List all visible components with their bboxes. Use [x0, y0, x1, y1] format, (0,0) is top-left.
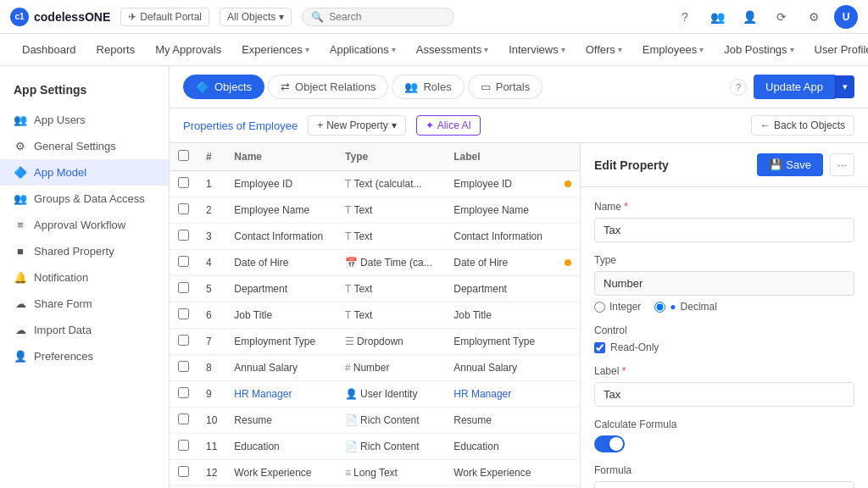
model-icon: 🔷	[14, 166, 27, 179]
row-type: 📄Rich Content	[337, 434, 445, 460]
portal-selector[interactable]: ✈ Default Portal	[120, 8, 209, 26]
table-row[interactable]: 2 Employee Name TText Employee Name	[170, 197, 580, 224]
table-row[interactable]: 4 Date of Hire 📅Date Time (ca... Date of…	[170, 250, 580, 276]
row-name: Employee Name	[225, 197, 337, 224]
nav-applications[interactable]: Applications ▾	[321, 36, 404, 63]
table-row[interactable]: 7 Employment Type ☰Dropdown Employment T…	[170, 329, 580, 355]
row-checkbox[interactable]	[178, 466, 189, 477]
tab-object-relations[interactable]: ⇄ Object Relations	[268, 75, 388, 99]
sidebar-item-import-data[interactable]: ☁ Import Data	[0, 317, 169, 343]
chevron-down-icon: ▾	[392, 45, 396, 54]
integer-radio[interactable]	[594, 302, 605, 313]
formula-input[interactable]	[594, 481, 854, 488]
row-label: Date of Hire	[445, 250, 556, 276]
alice-ai-button[interactable]: ✦ Alice AI	[416, 115, 481, 136]
sidebar-item-groups-data-access[interactable]: 👥 Groups & Data Access	[0, 186, 169, 212]
row-checkbox[interactable]	[178, 387, 189, 398]
sidebar-item-notification[interactable]: 🔔 Notification	[0, 264, 169, 291]
formula-toggle-group[interactable]	[594, 435, 854, 452]
nav-offers[interactable]: Offers ▾	[577, 36, 631, 63]
nav-assessments[interactable]: Assessments ▾	[408, 36, 497, 63]
tab-roles[interactable]: 👥 Roles	[392, 75, 464, 99]
more-options-button[interactable]: ···	[830, 153, 854, 176]
table-row[interactable]: 1 Employee ID TText (calculat... Employe…	[170, 171, 580, 197]
properties-table-panel: # Name Type Label 1 Employee ID TText (c…	[170, 143, 580, 488]
all-objects-dropdown[interactable]: All Objects ▾	[220, 8, 292, 26]
integer-radio-option[interactable]: Integer	[594, 301, 641, 313]
formula-toggle[interactable]	[594, 435, 625, 452]
table-row[interactable]: 3 Contact Information TText Contact Info…	[170, 224, 580, 250]
row-dot	[556, 171, 580, 197]
table-row[interactable]: 5 Department TText Department	[170, 276, 580, 302]
sidebar-item-preferences[interactable]: 👤 Preferences	[0, 343, 169, 369]
row-checkbox[interactable]	[178, 440, 189, 451]
decimal-radio[interactable]	[654, 302, 665, 313]
search-input[interactable]	[329, 11, 431, 23]
select-all-checkbox[interactable]	[178, 150, 189, 161]
nav-interviews[interactable]: Interviews ▾	[500, 36, 574, 63]
sidebar-item-approval-workflow[interactable]: ≡ Approval Workflow	[0, 212, 169, 238]
nav-job-postings[interactable]: Job Postings ▾	[715, 36, 802, 63]
tab-objects[interactable]: 🔷 Objects	[183, 75, 264, 99]
formula-label: Formula	[594, 464, 854, 476]
table-row[interactable]: 11 Education 📄Rich Content Education	[170, 434, 580, 460]
update-app-dropdown-button[interactable]: ▾	[835, 75, 854, 98]
help-icon-btn[interactable]: ?	[673, 5, 697, 29]
table-row[interactable]: 12 Work Experience ≡Long Text Work Exper…	[170, 460, 580, 486]
row-checkbox[interactable]	[178, 361, 189, 372]
name-input[interactable]	[594, 218, 854, 242]
sidebar-item-app-users[interactable]: 👥 App Users	[0, 107, 169, 133]
users-icon-btn[interactable]: 👥	[705, 5, 729, 29]
new-property-button[interactable]: + New Property ▾	[308, 115, 406, 136]
row-checkbox[interactable]	[178, 203, 189, 214]
sidebar-item-app-model[interactable]: 🔷 App Model	[0, 159, 169, 186]
label-field-group: Label *	[594, 365, 854, 407]
nav-reports[interactable]: Reports	[88, 36, 144, 63]
nav-dashboard[interactable]: Dashboard	[14, 36, 85, 63]
sidebar-item-share-form[interactable]: ☁ Share Form	[0, 291, 169, 317]
row-checkbox[interactable]	[178, 308, 189, 319]
table-row[interactable]: 10 Resume 📄Rich Content Resume	[170, 408, 580, 434]
table-row[interactable]: 6 Job Title TText Job Title	[170, 302, 580, 329]
person-icon-btn[interactable]: 👤	[737, 5, 761, 29]
table-row[interactable]: 9 HR Manager 👤User Identity HR Manager	[170, 381, 580, 408]
avatar[interactable]: U	[834, 5, 858, 29]
settings-icon-btn[interactable]: ⚙	[802, 5, 826, 29]
nav-employees[interactable]: Employees ▾	[634, 36, 712, 63]
row-type: #Number	[337, 355, 445, 381]
shared-icon: ■	[14, 245, 27, 258]
tab-portals[interactable]: ▭ Portals	[468, 75, 542, 99]
row-type: TText	[337, 276, 445, 302]
row-checkbox[interactable]	[178, 282, 189, 293]
decimal-radio-option[interactable]: ● Decimal	[654, 301, 717, 313]
update-app-button[interactable]: Update App	[754, 75, 835, 99]
readonly-checkbox[interactable]	[594, 342, 605, 353]
row-checkbox[interactable]	[178, 177, 189, 188]
type-display: Number	[594, 271, 854, 296]
row-type: TText (calculat...	[337, 171, 445, 197]
label-field-label: Label *	[594, 365, 854, 377]
help-icon[interactable]: ?	[730, 79, 747, 96]
row-name: Work Experience	[225, 460, 337, 486]
nav-experiences[interactable]: Experiences ▾	[233, 36, 318, 63]
save-button[interactable]: 💾 Save	[757, 153, 823, 176]
readonly-checkbox-option[interactable]: Read-Only	[594, 341, 854, 353]
row-checkbox[interactable]	[178, 230, 189, 241]
edit-property-header: Edit Property 💾 Save ···	[581, 143, 868, 187]
nav-user-profile[interactable]: User Profile ▾	[806, 36, 868, 63]
nav-my-approvals[interactable]: My Approvals	[147, 36, 230, 63]
label-input[interactable]	[594, 382, 854, 407]
refresh-icon-btn[interactable]: ⟳	[770, 5, 793, 29]
search-box[interactable]: 🔍	[302, 8, 454, 26]
row-dot	[556, 381, 580, 408]
sidebar-item-shared-property[interactable]: ■ Shared Property	[0, 238, 169, 264]
sidebar-item-label: App Model	[34, 166, 86, 179]
sidebar-item-general-settings[interactable]: ⚙ General Settings	[0, 133, 169, 159]
row-checkbox[interactable]	[178, 413, 189, 424]
table-row[interactable]: 8 Annual Salary #Number Annual Salary	[170, 355, 580, 381]
row-checkbox[interactable]	[178, 256, 189, 267]
logo-icon: c1	[10, 8, 29, 26]
control-label: Control	[594, 324, 854, 336]
back-to-objects-button[interactable]: ← Back to Objects	[751, 115, 854, 136]
row-checkbox[interactable]	[178, 335, 189, 346]
